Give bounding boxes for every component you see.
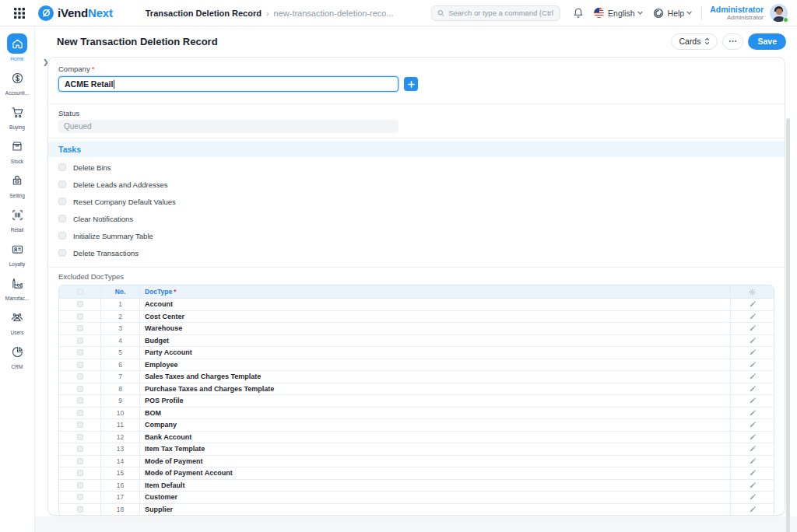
checkbox-icon[interactable] — [58, 198, 66, 205]
brand-logo[interactable]: iVendNext — [38, 5, 113, 21]
row-doctype[interactable]: Customer — [140, 492, 731, 503]
sidebar-item-loyalty[interactable]: Loyalty — [0, 239, 35, 267]
task-delete-leads-addresses[interactable]: Delete Leads and Addresses — [48, 176, 785, 193]
row-doctype[interactable]: Sales Taxes and Charges Template — [140, 371, 731, 383]
task-clear-notifications[interactable]: Clear Notifications — [48, 210, 785, 227]
table-row[interactable]: 15 Mode of Payment Account — [59, 467, 774, 480]
gear-icon[interactable] — [749, 289, 756, 296]
table-row[interactable]: 8 Purchase Taxes and Charges Template — [59, 383, 774, 396]
row-doctype[interactable]: Bank Account — [140, 432, 731, 443]
table-row[interactable]: 14 Mode of Payment — [59, 456, 774, 468]
help-menu[interactable]: Help — [668, 9, 685, 18]
table-row[interactable]: 13 Item Tax Template — [59, 443, 774, 456]
row-checkbox[interactable] — [77, 397, 83, 404]
user-menu[interactable]: Administrator Administrator — [710, 5, 764, 21]
sidebar-item-stock[interactable]: Stock — [0, 136, 35, 164]
edit-pencil-icon[interactable] — [750, 301, 756, 307]
table-row[interactable]: 5 Party Account — [59, 347, 774, 359]
table-settings-cell[interactable] — [731, 285, 774, 298]
table-row[interactable]: 10 BOM — [59, 408, 774, 420]
edit-pencil-icon[interactable] — [750, 313, 756, 320]
row-checkbox[interactable] — [77, 362, 83, 368]
row-checkbox[interactable] — [77, 349, 83, 355]
row-checkbox[interactable] — [77, 434, 83, 440]
row-checkbox[interactable] — [77, 410, 83, 416]
search-input[interactable] — [448, 9, 554, 17]
company-input[interactable]: ACME Retail — [58, 76, 398, 92]
bell-icon[interactable] — [573, 8, 584, 19]
save-button[interactable]: Save — [748, 33, 786, 50]
table-row[interactable]: 7 Sales Taxes and Charges Template — [59, 371, 774, 383]
row-checkbox[interactable] — [77, 458, 83, 464]
sidebar-item-retail[interactable]: Retail — [0, 205, 35, 233]
row-doctype[interactable]: POS Profile — [140, 395, 731, 407]
sidebar-item-crm[interactable]: CRM — [0, 341, 35, 369]
row-doctype[interactable]: Mode of Payment Account — [140, 467, 731, 479]
help-circle-icon[interactable] — [653, 8, 664, 19]
row-checkbox[interactable] — [77, 494, 83, 500]
row-checkbox[interactable] — [77, 470, 83, 476]
edit-pencil-icon[interactable] — [750, 470, 756, 476]
table-row[interactable]: 16 Item Default — [59, 480, 774, 492]
row-checkbox[interactable] — [77, 506, 83, 513]
sidebar-item-accounting[interactable]: Accounti... — [0, 68, 35, 96]
sidebar-item-home[interactable]: Home — [0, 33, 35, 61]
row-checkbox[interactable] — [77, 325, 83, 331]
edit-pencil-icon[interactable] — [750, 446, 756, 452]
task-delete-bins[interactable]: Delete Bins — [48, 159, 785, 176]
edit-pencil-icon[interactable] — [750, 458, 756, 464]
edit-pencil-icon[interactable] — [750, 373, 756, 380]
vertical-scrollbar[interactable] — [786, 118, 790, 532]
row-doctype[interactable]: Warehouse — [140, 323, 731, 334]
edit-pencil-icon[interactable] — [750, 349, 756, 355]
row-doctype[interactable]: Item Tax Template — [140, 443, 731, 455]
row-doctype[interactable]: BOM — [140, 408, 731, 419]
row-doctype[interactable]: Supplier — [140, 504, 731, 516]
row-checkbox[interactable] — [77, 373, 83, 380]
table-row[interactable]: 6 Employee — [59, 359, 774, 372]
avatar[interactable] — [770, 4, 788, 22]
row-doctype[interactable]: Mode of Payment — [140, 456, 731, 467]
breadcrumb-parent[interactable]: Transaction Deletion Record — [146, 9, 262, 18]
table-row[interactable]: 1 Account — [59, 299, 774, 311]
checkbox-icon[interactable] — [58, 232, 66, 240]
table-row[interactable]: 17 Customer — [59, 492, 774, 504]
sidebar-item-users[interactable]: Users — [0, 307, 35, 335]
sidebar-item-selling[interactable]: Selling — [0, 170, 35, 198]
row-checkbox[interactable] — [77, 446, 83, 452]
row-doctype[interactable]: Employee — [140, 359, 731, 371]
row-doctype[interactable]: Account — [140, 299, 731, 310]
apps-grid-icon[interactable] — [14, 8, 25, 19]
row-checkbox[interactable] — [77, 338, 83, 344]
checkbox-icon[interactable] — [58, 163, 66, 171]
row-checkbox[interactable] — [77, 386, 83, 392]
edit-pencil-icon[interactable] — [750, 386, 756, 392]
task-initialize-summary-table[interactable]: Initialize Summary Table — [48, 227, 785, 244]
edit-pencil-icon[interactable] — [750, 494, 756, 500]
table-row[interactable]: 18 Supplier — [59, 504, 774, 516]
edit-pencil-icon[interactable] — [750, 506, 756, 513]
table-row[interactable]: 3 Warehouse — [59, 323, 774, 335]
edit-pencil-icon[interactable] — [750, 338, 756, 344]
row-doctype[interactable]: Company — [140, 419, 731, 431]
add-company-button[interactable] — [404, 77, 418, 91]
edit-pencil-icon[interactable] — [750, 362, 756, 368]
table-row[interactable]: 11 Company — [59, 419, 774, 432]
row-doctype[interactable]: Budget — [140, 335, 731, 347]
edit-pencil-icon[interactable] — [750, 422, 756, 428]
row-doctype[interactable]: Purchase Taxes and Charges Template — [140, 383, 731, 395]
row-doctype[interactable]: Party Account — [140, 347, 731, 359]
sidebar-item-buying[interactable]: Buying — [0, 102, 35, 130]
table-row[interactable]: 9 POS Profile — [59, 395, 774, 408]
row-checkbox[interactable] — [77, 313, 83, 320]
edit-pencil-icon[interactable] — [750, 482, 756, 488]
table-row[interactable]: 2 Cost Center — [59, 311, 774, 324]
global-search[interactable] — [431, 5, 560, 21]
checkbox-icon[interactable] — [58, 215, 66, 222]
cards-view-button[interactable]: Cards — [671, 33, 718, 50]
edit-pencil-icon[interactable] — [750, 434, 756, 440]
checkbox-icon[interactable] — [58, 180, 66, 188]
row-doctype[interactable]: Cost Center — [140, 311, 731, 323]
row-doctype[interactable]: Item Default — [140, 480, 731, 492]
edit-pencil-icon[interactable] — [750, 397, 756, 404]
